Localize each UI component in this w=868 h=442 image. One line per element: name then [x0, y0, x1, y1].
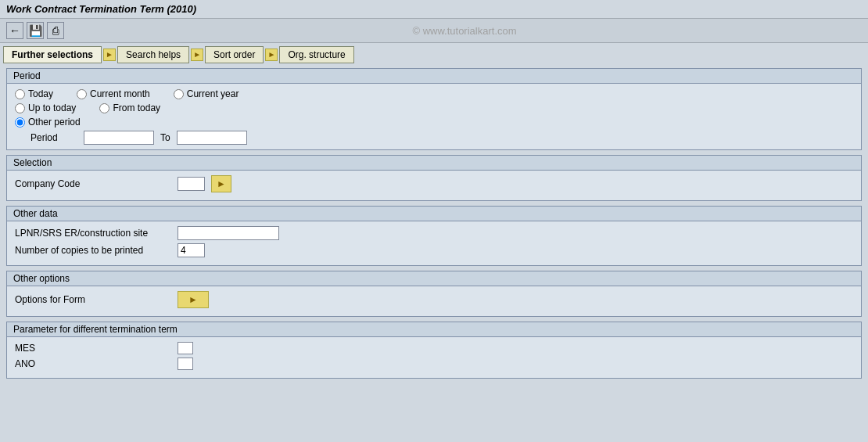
period-section-body: Today Current month Current year Up to t…: [7, 84, 861, 149]
radio-from-today[interactable]: From today: [99, 102, 160, 113]
mes-row: MES: [15, 342, 853, 354]
copies-label: Number of copies to be printed: [15, 245, 171, 256]
title-bar: Work Contract Termination Term (2010): [0, 0, 868, 19]
ano-label: ANO: [15, 358, 171, 369]
tab-further-selections-label: Further selections: [12, 49, 93, 60]
period-from-input[interactable]: 01.09.2018: [84, 131, 154, 145]
radio-from-today-input[interactable]: [99, 103, 109, 113]
save-icon[interactable]: 💾: [27, 22, 44, 39]
radio-today[interactable]: Today: [15, 88, 53, 99]
print-icon[interactable]: ⎙: [47, 22, 64, 39]
other-options-section: Other options Options for Form ►: [6, 271, 862, 317]
radio-current-month-label: Current month: [90, 88, 150, 99]
lpnr-input[interactable]: [178, 226, 279, 240]
mes-label: MES: [15, 343, 171, 354]
company-code-label: Company Code: [15, 178, 171, 189]
company-code-nav-btn[interactable]: ►: [211, 175, 231, 192]
parameter-section-title: Parameter for different termination term: [7, 322, 861, 337]
options-form-label: Options for Form: [15, 294, 171, 305]
period-row-3: Other period: [15, 117, 853, 128]
options-form-row: Options for Form ►: [15, 291, 853, 308]
other-data-section: Other data LPNR/SRS ER/construction site…: [6, 206, 862, 266]
other-options-section-body: Options for Form ►: [7, 286, 861, 316]
page-title: Work Contract Termination Term (2010): [6, 3, 196, 15]
selection-section-title: Selection: [7, 156, 861, 171]
tab-sort-order-label: Sort order: [213, 49, 255, 60]
tab-search-helps[interactable]: Search helps: [117, 46, 189, 63]
mes-input[interactable]: [178, 342, 193, 354]
tab-arrow-3: ►: [265, 49, 278, 61]
period-section: Period Today Current month Current year: [6, 68, 862, 150]
back-icon[interactable]: ←: [6, 22, 23, 39]
copies-row: Number of copies to be printed: [15, 243, 853, 257]
period-to-input[interactable]: 30.09.2018: [177, 131, 247, 145]
radio-current-month[interactable]: Current month: [77, 88, 150, 99]
tab-arrow-2: ►: [191, 49, 203, 61]
lpnr-label: LPNR/SRS ER/construction site: [15, 228, 171, 239]
radio-current-month-input[interactable]: [77, 89, 87, 99]
radio-from-today-label: From today: [113, 102, 160, 113]
radio-other-period[interactable]: Other period: [15, 117, 81, 128]
lpnr-row: LPNR/SRS ER/construction site: [15, 226, 853, 240]
radio-today-input[interactable]: [15, 89, 25, 99]
other-data-section-body: LPNR/SRS ER/construction site Number of …: [7, 221, 861, 265]
ano-row: ANO: [15, 358, 853, 370]
tab-sort-order[interactable]: Sort order: [205, 46, 264, 63]
toolbar: ← 💾 ⎙ © www.tutorialkart.com: [0, 19, 868, 43]
radio-other-period-input[interactable]: [15, 117, 25, 128]
parameter-section-body: MES ANO: [7, 337, 861, 378]
radio-up-to-today-input[interactable]: [15, 103, 25, 113]
ano-input[interactable]: [178, 358, 193, 370]
parameter-section: Parameter for different termination term…: [6, 322, 862, 379]
radio-today-label: Today: [28, 88, 53, 99]
period-label: Period: [30, 132, 77, 143]
tab-further-selections[interactable]: Further selections: [3, 46, 102, 63]
company-code-row: Company Code ►: [15, 175, 853, 192]
selection-section: Selection Company Code ►: [6, 155, 862, 201]
radio-current-year[interactable]: Current year: [174, 88, 239, 99]
other-data-section-title: Other data: [7, 207, 861, 221]
watermark-text: © www.tutorialkart.com: [67, 25, 862, 37]
selection-section-body: Company Code ►: [7, 171, 861, 200]
radio-other-period-label: Other period: [28, 117, 81, 128]
radio-current-year-input[interactable]: [174, 89, 184, 99]
tab-arrow-1: ►: [103, 49, 116, 61]
period-row-2: Up to today From today: [15, 102, 853, 113]
radio-up-to-today[interactable]: Up to today: [15, 102, 76, 113]
period-to-label: To: [160, 132, 170, 143]
main-content: Period Today Current month Current year: [0, 63, 868, 383]
radio-current-year-label: Current year: [187, 88, 239, 99]
tab-bar: Further selections ► Search helps ► Sort…: [0, 43, 868, 63]
period-row-1: Today Current month Current year: [15, 88, 853, 99]
company-code-input[interactable]: [178, 177, 205, 191]
tab-search-helps-label: Search helps: [126, 49, 181, 60]
other-options-section-title: Other options: [7, 271, 861, 286]
tab-org-structure-label: Org. structure: [288, 49, 345, 60]
tab-org-structure[interactable]: Org. structure: [279, 46, 353, 63]
period-date-row: Period 01.09.2018 To 30.09.2018: [15, 131, 853, 145]
options-form-btn[interactable]: ►: [178, 291, 209, 308]
period-section-title: Period: [7, 69, 861, 84]
copies-input[interactable]: [178, 243, 205, 257]
radio-up-to-today-label: Up to today: [28, 102, 76, 113]
